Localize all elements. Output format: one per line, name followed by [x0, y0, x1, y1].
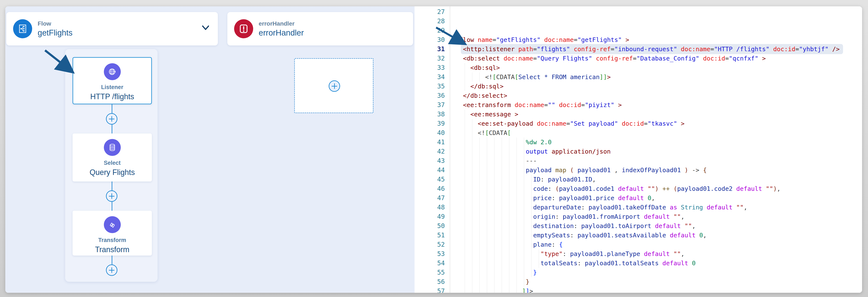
- indent-guide: [487, 166, 487, 175]
- chevron-down-icon[interactable]: [202, 25, 210, 31]
- flow-node-transform[interactable]: TransformTransform: [72, 211, 152, 256]
- code-line[interactable]: <db:sql>: [456, 63, 862, 72]
- indent-guide: [472, 119, 472, 128]
- error-handler-dropzone[interactable]: [294, 58, 373, 113]
- code-line[interactable]: <ee:message >: [456, 110, 862, 119]
- indent-guide: [494, 231, 495, 240]
- line-number: 41: [414, 138, 450, 147]
- code-line[interactable]: output application/json: [456, 147, 862, 156]
- indent-guide: [487, 147, 487, 156]
- code-line[interactable]: code: (payload01.code1 default "") ++ (p…: [456, 184, 862, 194]
- line-number: 52: [414, 240, 450, 249]
- indent-guide: [465, 194, 465, 203]
- indent-guide: [494, 175, 495, 184]
- flow-node-listener[interactable]: ListenerHTTP /flights: [72, 57, 152, 104]
- indent-guide: [479, 231, 480, 240]
- indent-guide: [472, 259, 472, 268]
- code-line[interactable]: [456, 7, 862, 17]
- indent-guide: [479, 147, 480, 156]
- code-line[interactable]: "type": payload01.planeType default "",: [456, 249, 862, 259]
- code-line[interactable]: </db:sql>: [456, 82, 862, 91]
- indent-guide: [465, 175, 465, 184]
- code-line[interactable]: [456, 26, 862, 35]
- indent-guide: [494, 194, 495, 203]
- indent-guide: [465, 287, 465, 293]
- line-number: 43: [414, 156, 450, 166]
- code-line[interactable]: </db:select>: [456, 91, 862, 100]
- indent-guide: [487, 221, 487, 231]
- indent-guide: [465, 156, 465, 166]
- indent-guide: [472, 166, 472, 175]
- globe-icon: [104, 63, 121, 80]
- line-number: 53: [414, 249, 450, 259]
- indent-guide: [494, 287, 495, 293]
- code-line[interactable]: <db:select doc:name="Query Flights" conf…: [456, 54, 862, 63]
- indent-guide: [472, 203, 472, 212]
- line-number: 44: [414, 166, 450, 175]
- indent-guide: [472, 72, 472, 82]
- code-line[interactable]: <http:listener path="flights" config-ref…: [456, 44, 862, 54]
- code-line[interactable]: departureDate: payload01.takeOffDate as …: [456, 203, 862, 212]
- indent-guide: [465, 184, 465, 194]
- code-line[interactable]: <![CDATA[Select * FROM american]]>: [456, 72, 862, 82]
- code-line[interactable]: price: payload01.price default 0,: [456, 194, 862, 203]
- indent-guide: [479, 156, 480, 166]
- line-number: 55: [414, 268, 450, 277]
- line-number: 39: [414, 119, 450, 128]
- code-line[interactable]: origin: payload01.fromAirport default ""…: [456, 212, 862, 221]
- code-line[interactable]: <ee:set-payload doc:name="Set payload" d…: [456, 119, 862, 128]
- indent-guide: [465, 82, 465, 91]
- code-pane[interactable]: <flow name="getFlights" doc:name="getFli…: [450, 6, 862, 293]
- code-line[interactable]: destination: payload01.toAirport default…: [456, 221, 862, 231]
- code-line[interactable]: [456, 17, 862, 26]
- code-line[interactable]: ]]>: [456, 287, 862, 293]
- code-line[interactable]: ID: payload01.ID,: [456, 175, 862, 184]
- indent-guide: [465, 119, 465, 128]
- flow-canvas[interactable]: Flow getFlights errorHandler errorHandle…: [5, 6, 414, 293]
- code-line[interactable]: <![CDATA[: [456, 128, 862, 138]
- code-line[interactable]: totalSeats: payload01.totalSeats default…: [456, 259, 862, 268]
- code-line[interactable]: payload map ( payload01 , indexOfPayload…: [456, 166, 862, 175]
- indent-guide: [479, 240, 480, 249]
- indent-guide: [465, 221, 465, 231]
- indent-guide: [487, 203, 487, 212]
- flow-node-select[interactable]: SelectQuery Flights: [72, 133, 152, 181]
- flow-lane: ListenerHTTP /flightsSelectQuery Flights…: [65, 49, 158, 282]
- indent-guide: [479, 277, 480, 287]
- indent-guide: [479, 194, 480, 203]
- code-line[interactable]: ---: [456, 156, 862, 166]
- indent-guide: [465, 110, 465, 119]
- indent-guide: [494, 138, 495, 147]
- indent-guide: [479, 184, 480, 194]
- flow-header-card[interactable]: Flow getFlights: [6, 12, 218, 46]
- indent-guide: [487, 156, 487, 166]
- app-window: Flow getFlights errorHandler errorHandle…: [5, 6, 862, 293]
- indent-guide: [487, 277, 487, 287]
- line-number: 28: [414, 17, 450, 26]
- indent-guide: [479, 203, 480, 212]
- add-step-button-1[interactable]: [106, 113, 117, 125]
- code-line[interactable]: <ee:transform doc:name="" doc:id="piyizt…: [456, 100, 862, 110]
- indent-guide: [465, 249, 465, 259]
- indent-guide: [479, 175, 480, 184]
- line-number: 51: [414, 231, 450, 240]
- line-number-gutter: 2728293031323334353637383940414243444546…: [414, 6, 450, 293]
- indent-guide: [472, 221, 472, 231]
- code-line[interactable]: <flow name="getFlights" doc:name="getFli…: [456, 35, 862, 44]
- line-number: 36: [414, 91, 450, 100]
- indent-guide: [494, 240, 495, 249]
- error-handler-card[interactable]: errorHandler errorHandler: [227, 12, 413, 46]
- add-step-button-2[interactable]: [106, 190, 117, 202]
- code-line[interactable]: emptySeats: payload01.seatsAvailable def…: [456, 231, 862, 240]
- code-line[interactable]: %dw 2.0: [456, 138, 862, 147]
- xml-code-editor[interactable]: 2728293031323334353637383940414243444546…: [414, 6, 862, 293]
- indent-guide: [494, 147, 495, 156]
- line-number: 48: [414, 203, 450, 212]
- code-line[interactable]: plane: {: [456, 240, 862, 249]
- code-line[interactable]: }: [456, 268, 862, 277]
- code-line[interactable]: }: [456, 277, 862, 287]
- add-step-button-3[interactable]: [106, 264, 117, 276]
- add-error-step-button[interactable]: [329, 80, 340, 92]
- line-number: 49: [414, 212, 450, 221]
- indent-guide: [465, 63, 465, 72]
